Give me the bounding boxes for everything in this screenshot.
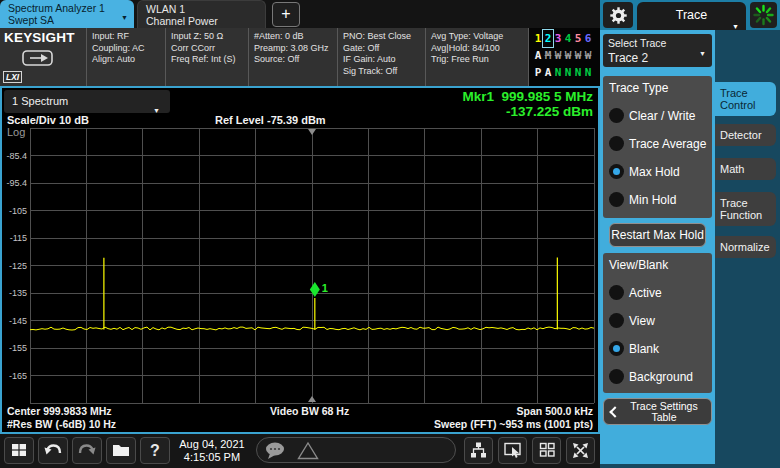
softkey-panel: Trace (600, 0, 780, 468)
softkey-panel-header: Trace (600, 0, 780, 30)
folder-icon (112, 442, 130, 458)
view-blank-option-view[interactable]: View (609, 313, 706, 328)
spectrum-window: 1 Spectrum Mkr1 999.985 5 MHz -137.225 d… (0, 86, 600, 434)
alert-triangle-icon[interactable] (297, 441, 319, 461)
chevron-down-icon (121, 6, 128, 24)
legend-cell: A (543, 64, 553, 81)
trace-type-option-min-hold[interactable]: Min Hold (609, 192, 706, 207)
tab-spectrum-analyzer[interactable]: Spectrum Analyzer 1 Swept SA (0, 0, 134, 28)
center-frequency-annotation: Center 999.9833 MHz (7, 405, 111, 417)
softkey-tab-trace-function[interactable]: Trace Function (715, 192, 776, 226)
restart-max-hold-button[interactable]: Restart Max Hold (609, 223, 706, 247)
undo-icon (44, 442, 62, 458)
radio-label: Min Hold (629, 193, 676, 207)
marker-frequency-readout: Mkr1 999.985 5 MHz (462, 89, 593, 104)
windows-start-button[interactable] (4, 437, 34, 464)
setting-line: Freq Ref: Int (S) (171, 54, 248, 66)
y-axis-tick-label: -165 (9, 371, 27, 381)
undo-button[interactable] (38, 437, 68, 464)
settings-column-1: Input: RFCoupling: ACAlign: Auto (86, 28, 165, 86)
window-grid-icon (539, 442, 555, 458)
busy-indicator (750, 2, 777, 28)
tab-title: Spectrum Analyzer 1 (8, 2, 126, 14)
lxi-badge: LXI (3, 71, 22, 83)
view-selector-dropdown[interactable]: 1 Spectrum (4, 90, 170, 113)
legend-cell: 5 (573, 30, 583, 47)
instrument-screen: Spectrum Analyzer 1 Swept SA WLAN 1 Chan… (0, 0, 780, 468)
windows-logo-icon (11, 442, 27, 458)
log-scale-label: Log (7, 126, 25, 138)
trace-type-option-max-hold[interactable]: Max Hold (609, 164, 706, 179)
touch-select-screen-button[interactable] (498, 437, 527, 464)
view-blank-option-background[interactable]: Background (609, 369, 706, 384)
y-axis-tick-label: -115 (10, 233, 27, 243)
marker-number-label: 1 (322, 282, 328, 294)
settings-columns: Input: RFCoupling: ACAlign: AutoInput Z:… (86, 28, 528, 86)
expand-arrows-icon (572, 442, 589, 459)
legend-cell: 1 (533, 30, 543, 47)
legend-cell: 2 (543, 30, 553, 47)
taskbar: ? Aug 04, 2021 4:15:05 PM (0, 434, 600, 468)
clock[interactable]: Aug 04, 2021 4:15:05 PM (172, 438, 252, 464)
setting-line: Input: RF (92, 31, 165, 43)
settings-button[interactable] (603, 2, 633, 28)
button-label-line2: Table (651, 411, 676, 423)
trace-type-option-clear-write[interactable]: Clear / Write (609, 108, 706, 123)
softkey-tab-detector[interactable]: Detector (715, 124, 776, 146)
setting-line: Preamp: 3.08 GHz (254, 43, 337, 55)
redo-button[interactable] (72, 437, 102, 464)
softkey-tab-normalize[interactable]: Normalize (715, 236, 776, 258)
setting-line: Corr CCorr (171, 43, 248, 55)
view-selector-label: 1 Spectrum (12, 95, 68, 107)
setting-line: Coupling: AC (92, 43, 165, 55)
marker-amplitude-readout: -137.225 dBm (506, 104, 593, 119)
brand-block: KEYSIGHT LXI (0, 28, 86, 86)
scale-per-div-label: Scale/Div 10 dB (7, 114, 89, 126)
view-blank-option-active[interactable]: Active (609, 285, 706, 300)
softkey-tab-trace-control[interactable]: Trace Control (715, 82, 776, 116)
select-trace-dropdown[interactable]: Select Trace Trace 2 (603, 34, 712, 67)
res-bw-annotation: #Res BW (-6dB) 10 Hz (7, 418, 116, 430)
legend-cell: W (583, 47, 593, 64)
legend-trace-types: AMWWWW (533, 47, 600, 64)
trace-type-option-trace-average[interactable]: Trace Average (609, 136, 706, 151)
select-trace-value: Trace 2 (608, 51, 707, 65)
y-axis-tick-label: -85.4 (6, 151, 27, 161)
center-freq-marker-bottom (308, 396, 316, 402)
marker-diamond[interactable] (310, 282, 320, 297)
settings-column-2: Input Z: 50 ΩCorr CCorrFreq Ref: Int (S) (165, 28, 248, 86)
select-trace-label: Select Trace (608, 37, 707, 49)
y-axis-tick-label: -125 (9, 261, 27, 271)
fullscreen-button[interactable] (566, 437, 595, 464)
radio-unselected-icon (609, 285, 624, 300)
help-button[interactable]: ? (140, 437, 170, 464)
legend-cell: W (563, 47, 573, 64)
add-measurement-button[interactable]: + (272, 2, 300, 27)
file-button[interactable] (106, 437, 136, 464)
tab-wlan-channel-power[interactable]: WLAN 1 Channel Power (137, 0, 266, 28)
group-title: Trace Type (609, 81, 706, 95)
y-axis-tick-label: -135 (9, 288, 27, 298)
window-arrange-button[interactable] (532, 437, 561, 464)
softkey-tab-math[interactable]: Math (715, 158, 776, 180)
legend-cell: A (533, 47, 543, 64)
group-title: View/Blank (609, 258, 706, 272)
message-bubble-icon[interactable] (264, 441, 290, 461)
spectrum-plot: -85.4-95.4-105-115-125-135-145-155-1651 (2, 88, 598, 432)
redo-icon (78, 442, 96, 458)
menu-title-dropdown[interactable]: Trace (637, 2, 746, 30)
trace-settings-table-button[interactable]: Trace Settings Table (603, 398, 712, 425)
view-blank-option-blank[interactable]: Blank (609, 341, 706, 356)
time-text: 4:15:05 PM (172, 451, 252, 464)
softkey-tab-column: Trace ControlDetectorMathTrace FunctionN… (715, 30, 780, 258)
settings-column-3: #Atten: 0 dBPreamp: 3.08 GHzSource: Off (248, 28, 337, 86)
sequence-view-button[interactable] (464, 437, 493, 464)
legend-cell: 4 (563, 30, 573, 47)
legend-cell: W (553, 47, 563, 64)
radio-unselected-icon (609, 108, 624, 123)
radio-selected-icon (609, 341, 624, 356)
setting-line: IF Gain: Auto (343, 54, 425, 66)
y-axis-tick-label: -145 (9, 316, 27, 326)
radio-label: Active (629, 286, 662, 300)
keysight-logo: KEYSIGHT (0, 28, 86, 45)
